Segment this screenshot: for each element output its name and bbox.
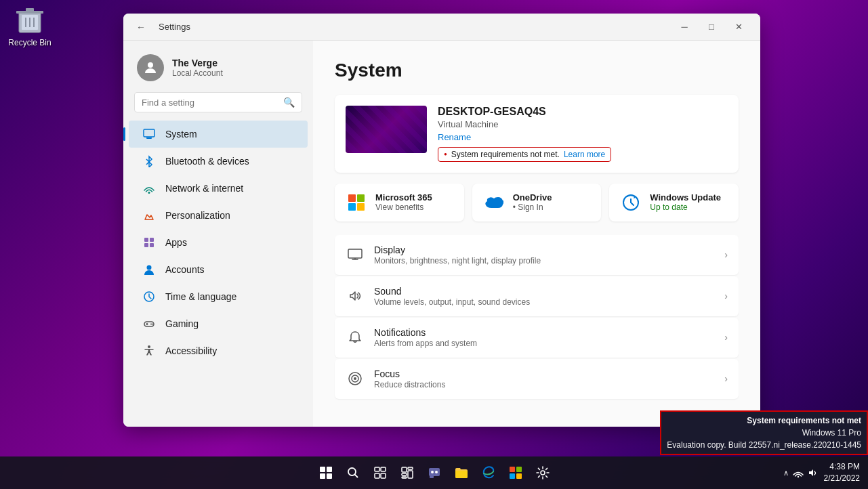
maximize-button[interactable]: □ <box>698 16 725 38</box>
time-display: 4:38 PM <box>824 461 860 473</box>
sidebar-item-bluetooth[interactable]: Bluetooth & devices <box>129 148 308 175</box>
settings-item-notifications[interactable]: Notifications Alerts from apps and syste… <box>335 318 739 358</box>
sidebar-item-accounts[interactable]: Accounts <box>129 256 308 283</box>
sidebar-item-accounts-label: Accounts <box>165 264 205 275</box>
time-icon <box>142 290 156 303</box>
svg-rect-37 <box>381 467 386 471</box>
explorer-button[interactable] <box>449 461 474 485</box>
close-button[interactable]: ✕ <box>725 16 752 38</box>
systray-up-arrow[interactable]: ∧ <box>783 469 789 477</box>
chat-button[interactable] <box>422 461 447 485</box>
network-systray-icon <box>793 468 804 477</box>
sound-icon <box>346 286 365 305</box>
sidebar-item-gaming[interactable]: Gaming <box>129 310 308 337</box>
notifications-icon <box>346 328 365 347</box>
microsoft365-sub: View benefits <box>375 203 432 212</box>
search-taskbar-button[interactable] <box>341 461 365 485</box>
minimize-button[interactable]: ─ <box>671 16 698 38</box>
user-name: The Verge <box>172 58 223 68</box>
svg-rect-3 <box>26 8 34 12</box>
desktop: Recycle Bin ← Settings ─ □ ✕ <box>0 0 868 489</box>
volume-systray-icon <box>808 468 819 477</box>
search-input[interactable] <box>142 98 278 108</box>
notifications-text: Notifications Alerts from apps and syste… <box>374 327 715 348</box>
system-type: Virtual Machine <box>438 119 728 129</box>
svg-rect-48 <box>430 474 434 478</box>
user-info: The Verge Local Account <box>172 58 223 78</box>
gaming-icon <box>142 317 156 331</box>
sidebar-item-accessibility[interactable]: Accessibility <box>129 337 308 364</box>
sidebar-item-time-label: Time & language <box>165 291 236 302</box>
windowsupdate-sub: Up to date <box>650 203 721 212</box>
quick-link-onedrive[interactable]: OneDrive Sign In <box>472 184 602 221</box>
focus-desc: Reduce distractions <box>374 380 715 389</box>
svg-rect-41 <box>408 467 413 469</box>
sidebar-item-gaming-label: Gaming <box>165 318 199 329</box>
quick-link-microsoft365[interactable]: Microsoft 365 View benefits <box>335 184 464 221</box>
settings-taskbar-button[interactable] <box>531 461 555 485</box>
sysreq-badge: ● System requirements not met. Learn mor… <box>438 147 611 162</box>
settings-list: Display Monitors, brightness, night ligh… <box>335 235 739 399</box>
search-box[interactable]: 🔍 <box>134 92 302 112</box>
accounts-icon <box>142 263 156 276</box>
sidebar-item-network[interactable]: Network & internet <box>129 175 308 202</box>
notifications-name: Notifications <box>374 327 715 338</box>
personalization-icon <box>142 209 156 222</box>
apps-icon <box>142 236 156 249</box>
taskbar-time[interactable]: 4:38 PM 2/21/2022 <box>824 461 860 484</box>
quick-link-windowsupdate[interactable]: Windows Update Up to date <box>609 184 739 221</box>
svg-point-29 <box>354 377 356 380</box>
onedrive-icon <box>483 192 505 213</box>
title-bar: ← Settings ─ □ ✕ <box>123 14 760 41</box>
svg-point-22 <box>150 324 152 325</box>
sidebar-item-system[interactable]: System <box>129 121 308 148</box>
network-icon <box>142 182 156 195</box>
sidebar-item-accessibility-label: Accessibility <box>165 345 217 356</box>
edge-button[interactable] <box>476 461 501 485</box>
taskbar: ∧ 4:38 PM 2/21/2022 <box>0 456 868 489</box>
svg-point-17 <box>147 265 152 270</box>
svg-point-24 <box>148 345 150 348</box>
sound-text: Sound Volume levels, output, input, soun… <box>374 286 715 307</box>
settings-item-display[interactable]: Display Monitors, brightness, night ligh… <box>335 235 739 275</box>
sidebar-item-time[interactable]: Time & language <box>129 283 308 310</box>
nav-list: System Bluetooth & devices <box>123 121 313 364</box>
rename-link[interactable]: Rename <box>438 132 728 142</box>
system-thumbnail <box>346 106 427 153</box>
onedrive-info: OneDrive Sign In <box>513 192 552 212</box>
sidebar-item-apps[interactable]: Apps <box>129 229 308 256</box>
content-area: The Verge Local Account 🔍 <box>123 41 760 427</box>
svg-rect-44 <box>402 477 407 478</box>
display-name: Display <box>374 244 715 255</box>
svg-point-23 <box>152 324 153 325</box>
start-button[interactable] <box>314 461 338 485</box>
svg-point-34 <box>348 468 356 475</box>
taskview-button[interactable] <box>368 461 392 485</box>
back-button[interactable]: ← <box>131 18 150 37</box>
bluetooth-icon <box>142 154 156 168</box>
widgets-button[interactable] <box>395 461 419 485</box>
recycle-bin[interactable]: Recycle Bin <box>5 5 54 47</box>
settings-item-sound[interactable]: Sound Volume levels, output, input, soun… <box>335 276 739 316</box>
taskbar-right: ∧ 4:38 PM 2/21/2022 <box>783 461 860 484</box>
display-text: Display Monitors, brightness, night ligh… <box>374 244 715 265</box>
sysreq-learn-more[interactable]: Learn more <box>564 150 605 159</box>
taskbar-sysreq-line3: Evaluation copy. Build 22557.ni_release.… <box>667 439 861 451</box>
user-type: Local Account <box>172 68 223 78</box>
computer-name: DESKTOP-GESAQ4S <box>438 106 728 118</box>
svg-rect-13 <box>144 238 148 242</box>
svg-point-7 <box>148 62 153 68</box>
settings-item-focus[interactable]: Focus Reduce distractions › <box>335 359 739 399</box>
svg-rect-40 <box>402 467 407 472</box>
svg-rect-8 <box>144 129 154 137</box>
focus-text: Focus Reduce distractions <box>374 368 715 389</box>
sidebar-item-personalization-label: Personalization <box>165 210 230 221</box>
user-profile[interactable]: The Verge Local Account <box>123 46 313 92</box>
recycle-bin-label: Recycle Bin <box>8 38 51 47</box>
svg-rect-32 <box>320 473 325 479</box>
store-button[interactable] <box>503 461 528 485</box>
accessibility-icon <box>142 344 156 358</box>
focus-chevron: › <box>724 373 728 384</box>
svg-rect-30 <box>320 467 325 472</box>
sidebar-item-personalization[interactable]: Personalization <box>129 202 308 229</box>
